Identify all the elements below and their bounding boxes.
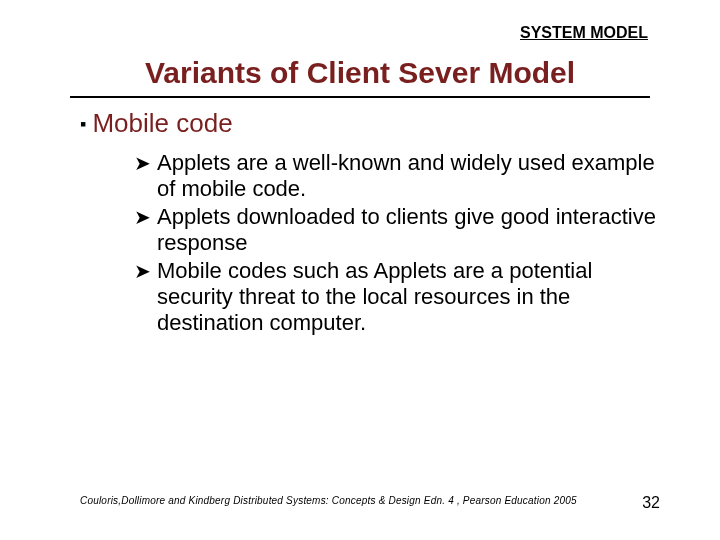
list-item: ➤ Applets downloaded to clients give goo… [134, 204, 660, 256]
square-bullet-icon: ▪ [80, 108, 86, 140]
arrow-bullet-icon: ➤ [134, 204, 151, 230]
bullet-list: ➤ Applets are a well-known and widely us… [134, 150, 660, 336]
list-item-text: Applets downloaded to clients give good … [157, 204, 660, 256]
slide-title: Variants of Client Sever Model [0, 56, 720, 90]
header-label: SYSTEM MODEL [520, 24, 648, 42]
list-item-text: Mobile codes such as Applets are a poten… [157, 258, 660, 336]
list-item: ➤ Mobile codes such as Applets are a pot… [134, 258, 660, 336]
list-item: ➤ Applets are a well-known and widely us… [134, 150, 660, 202]
content-section: ▪ Mobile code ➤ Applets are a well-known… [80, 108, 660, 338]
arrow-bullet-icon: ➤ [134, 258, 151, 284]
arrow-bullet-icon: ➤ [134, 150, 151, 176]
section-heading-text: Mobile code [92, 108, 232, 139]
list-item-text: Applets are a well-known and widely used… [157, 150, 660, 202]
page-number: 32 [642, 494, 660, 512]
title-rule [70, 96, 650, 98]
section-heading: ▪ Mobile code [80, 108, 660, 140]
footer-reference: Couloris,Dollimore and Kindberg Distribu… [80, 495, 577, 506]
